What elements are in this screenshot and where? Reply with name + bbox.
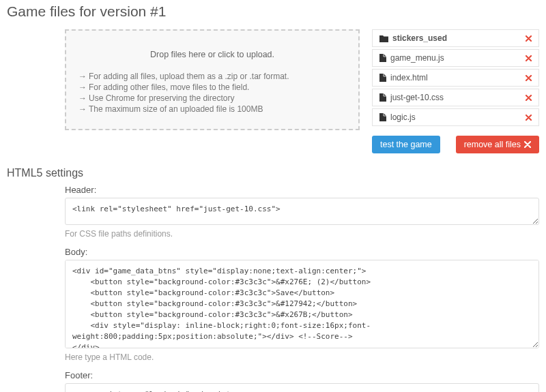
file-dropzone[interactable]: Drop files here or click to upload. →For… [65, 29, 360, 130]
body-help: Here type a HTML code. [65, 352, 539, 362]
file-icon [379, 54, 386, 62]
body-textarea[interactable] [65, 260, 539, 348]
header-label: Header: [65, 185, 539, 195]
file-name: game_menu.js [390, 53, 526, 63]
test-game-label: test the game [380, 140, 432, 149]
footer-textarea[interactable] [65, 383, 539, 392]
remove-file-button[interactable] [526, 115, 532, 121]
header-help: For CSS file paths definitions. [65, 229, 539, 239]
file-icon [379, 74, 386, 82]
remove-all-label: remove all files [464, 140, 521, 149]
file-row: logic.js [372, 108, 539, 126]
file-row: index.html [372, 69, 539, 87]
file-name: stickers_used [392, 33, 526, 43]
remove-file-button[interactable] [526, 95, 532, 101]
remove-file-button[interactable] [526, 75, 532, 81]
test-game-button[interactable]: test the game [372, 136, 440, 153]
footer-label: Footer: [65, 370, 539, 380]
dropzone-message: Drop files here or click to upload. [78, 50, 346, 59]
folder-icon [379, 35, 388, 42]
dropzone-hint: →For adding all files, upload them as a … [78, 72, 346, 81]
remove-all-files-button[interactable]: remove all files [456, 136, 539, 153]
file-name: index.html [390, 73, 526, 82]
dropzone-hint: →Use Chrome for preserving the directory [78, 93, 346, 103]
file-icon [379, 93, 386, 102]
dropzone-hint: →The maximum size of an uploaded file is… [78, 104, 346, 114]
dropzone-hints: →For adding all files, upload them as a … [78, 72, 346, 114]
file-name: logic.js [390, 112, 526, 122]
dropzone-hint: →For adding other files, move files to t… [78, 82, 346, 92]
close-icon [524, 141, 531, 148]
page-title: Game files for version #1 [7, 3, 539, 20]
file-row: stickers_used [372, 29, 539, 47]
settings-title: HTML5 settings [7, 167, 539, 179]
file-icon [379, 113, 386, 121]
file-row: game_menu.js [372, 49, 539, 67]
body-label: Body: [65, 247, 539, 257]
file-name: just-get-10.css [390, 93, 526, 102]
file-row: just-get-10.css [372, 89, 539, 106]
remove-file-button[interactable] [526, 35, 532, 42]
header-textarea[interactable] [65, 198, 539, 225]
remove-file-button[interactable] [526, 55, 532, 61]
